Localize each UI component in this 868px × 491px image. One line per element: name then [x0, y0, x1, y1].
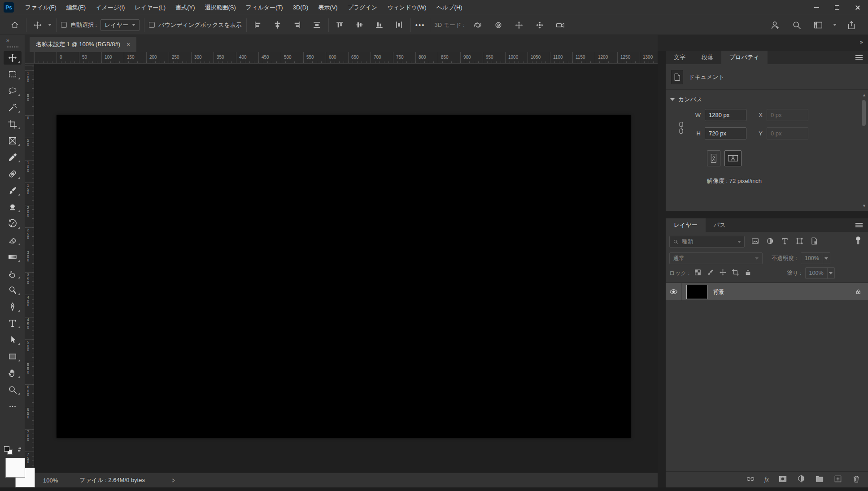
- lock-pixels-icon[interactable]: [707, 269, 714, 278]
- menu-item[interactable]: 選択範囲(S): [200, 0, 241, 15]
- menu-item[interactable]: プラグイン: [343, 0, 383, 15]
- tab-paragraph[interactable]: 段落: [694, 51, 721, 64]
- auto-select-checkbox[interactable]: [61, 22, 67, 28]
- filter-image-icon[interactable]: [751, 237, 759, 247]
- filter-toggle-icon[interactable]: [855, 236, 862, 248]
- pen-tool[interactable]: [4, 300, 22, 313]
- share-icon[interactable]: [845, 18, 858, 32]
- smudge-tool[interactable]: [4, 267, 22, 280]
- x-input[interactable]: 0 px: [767, 109, 808, 121]
- portrait-orientation-button[interactable]: [707, 150, 720, 166]
- blend-mode-dropdown[interactable]: 通常: [669, 252, 763, 264]
- chevron-down-icon[interactable]: [833, 24, 837, 26]
- menu-item[interactable]: 3D(D): [288, 0, 314, 15]
- hand-tool[interactable]: [4, 366, 22, 380]
- height-input[interactable]: 720 px: [705, 127, 746, 139]
- link-layers-icon[interactable]: [746, 474, 755, 485]
- account-icon[interactable]: [768, 18, 782, 32]
- 3d-camera-icon[interactable]: [554, 18, 567, 32]
- collapse-panels-icon[interactable]: »: [860, 39, 863, 45]
- menu-item[interactable]: レイヤー(L): [130, 0, 170, 15]
- scroll-up-icon[interactable]: ▲: [862, 93, 866, 97]
- toolbar-grip[interactable]: [7, 46, 18, 48]
- layer-row[interactable]: 背景: [666, 283, 868, 301]
- menu-item[interactable]: 書式(Y): [170, 0, 200, 15]
- layer-thumbnail[interactable]: [686, 285, 707, 299]
- new-group-icon[interactable]: [815, 474, 824, 485]
- toolbar-collapse-icon[interactable]: »: [0, 35, 25, 43]
- fill-input[interactable]: 100%: [805, 267, 835, 279]
- lock-all-icon[interactable]: [744, 269, 752, 278]
- menu-item[interactable]: 編集(E): [61, 0, 91, 15]
- 3d-roll-icon[interactable]: [492, 18, 505, 32]
- marquee-tool[interactable]: [4, 68, 22, 81]
- menu-item[interactable]: 表示(V): [313, 0, 342, 15]
- move-tool-option-icon[interactable]: [31, 18, 44, 32]
- filter-adjustment-icon[interactable]: [766, 237, 774, 247]
- quick-selection-tool[interactable]: [4, 101, 22, 114]
- properties-scrollbar[interactable]: ▲ ▼: [861, 93, 867, 208]
- frame-tool[interactable]: [4, 134, 22, 148]
- lasso-tool[interactable]: [4, 84, 22, 98]
- tab-close-icon[interactable]: ×: [126, 41, 130, 48]
- workspace-icon[interactable]: [811, 18, 825, 32]
- brush-tool[interactable]: [4, 184, 22, 197]
- close-icon[interactable]: [847, 0, 868, 15]
- eyedropper-tool[interactable]: [4, 151, 22, 164]
- lock-transparency-icon[interactable]: [694, 269, 702, 278]
- width-input[interactable]: 1280 px: [705, 109, 746, 121]
- clone-stamp-tool[interactable]: [4, 200, 22, 214]
- layer-visibility-toggle[interactable]: [666, 283, 682, 300]
- properties-panel-menu-icon[interactable]: [855, 51, 868, 64]
- zoom-level[interactable]: 100%: [38, 476, 63, 485]
- align-top-icon[interactable]: [333, 18, 347, 32]
- eraser-tool[interactable]: [4, 234, 22, 247]
- layer-mask-icon[interactable]: [778, 474, 787, 485]
- align-right-icon[interactable]: [291, 18, 304, 32]
- adjustment-layer-icon[interactable]: [797, 474, 806, 485]
- menu-item[interactable]: ウィンドウ(W): [382, 0, 431, 15]
- opacity-input[interactable]: 100%: [801, 252, 830, 264]
- menu-item[interactable]: ファイル(F): [20, 0, 61, 15]
- new-layer-icon[interactable]: [833, 474, 842, 485]
- filter-smart-object-icon[interactable]: [810, 237, 819, 247]
- filter-type-icon[interactable]: [781, 237, 789, 247]
- swap-colors-icon[interactable]: [16, 446, 23, 455]
- type-tool[interactable]: [4, 317, 22, 330]
- more-options-icon[interactable]: •••: [415, 21, 425, 29]
- filter-shape-icon[interactable]: [795, 237, 804, 247]
- auto-select-dropdown[interactable]: レイヤー: [100, 19, 140, 31]
- canvas[interactable]: [57, 115, 631, 438]
- healing-brush-tool[interactable]: [4, 167, 22, 181]
- vertical-ruler[interactable]: 1 0 05 005 01 0 01 5 02 0 02 5 03 0 03 5…: [25, 64, 34, 473]
- gradient-tool[interactable]: [4, 250, 22, 264]
- document-tab[interactable]: 名称未設定 1 @ 100% (RGB/8#) ×: [30, 37, 136, 52]
- tab-character[interactable]: 文字: [666, 51, 694, 64]
- maximize-icon[interactable]: [827, 0, 847, 15]
- tab-properties[interactable]: プロパティ: [721, 51, 768, 64]
- layers-empty-area[interactable]: [666, 301, 868, 471]
- zoom-tool[interactable]: [4, 383, 22, 396]
- minimize-icon[interactable]: [806, 0, 827, 15]
- canvas-section-header[interactable]: カンバス: [666, 90, 868, 104]
- chevron-down-icon[interactable]: [48, 24, 52, 26]
- foreground-color-swatch[interactable]: [5, 458, 25, 478]
- rectangle-tool[interactable]: [4, 350, 22, 363]
- edit-toolbar-icon[interactable]: [4, 400, 22, 413]
- distribute-horizontal-icon[interactable]: [310, 18, 324, 32]
- tab-paths[interactable]: パス: [706, 218, 734, 232]
- 3d-slide-icon[interactable]: [533, 18, 546, 32]
- delete-layer-icon[interactable]: [852, 474, 861, 485]
- y-input[interactable]: 0 px: [767, 127, 808, 139]
- align-center-horizontal-icon[interactable]: [271, 18, 284, 32]
- status-expand-icon[interactable]: >: [172, 476, 175, 485]
- align-left-icon[interactable]: [251, 18, 265, 32]
- menu-item[interactable]: ヘルプ(H): [432, 0, 467, 15]
- path-selection-tool[interactable]: [4, 333, 22, 347]
- search-icon[interactable]: [790, 18, 803, 32]
- layer-filter-dropdown[interactable]: 種類: [669, 236, 745, 248]
- home-icon[interactable]: [8, 18, 22, 32]
- bounding-box-checkbox[interactable]: [149, 22, 155, 28]
- distribute-vertical-icon[interactable]: [393, 18, 406, 32]
- dodge-tool[interactable]: [4, 283, 22, 297]
